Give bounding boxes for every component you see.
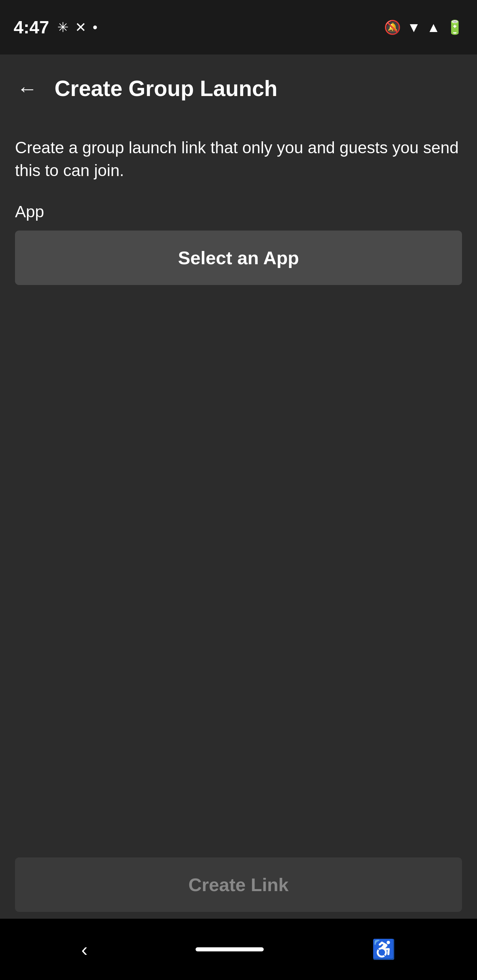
page-title: Create Group Launch [54,76,278,101]
back-button[interactable]: ← [14,73,41,104]
status-icons-right: 🔕 ▼ ▲ 🔋 [384,19,463,35]
mute-icon: 🔕 [384,19,401,35]
select-app-button[interactable]: Select an App [15,231,462,285]
status-bar: 4:47 ✳ ✕ • 🔕 ▼ ▲ 🔋 [0,0,477,54]
accessibility-icon[interactable]: ♿ [372,938,396,961]
battery-icon: 🔋 [446,19,463,35]
home-pill[interactable] [196,947,264,951]
back-nav-icon[interactable]: ‹ [81,939,88,961]
wifi-icon: ▼ [407,20,421,35]
signal-icon: ▲ [427,20,440,35]
status-time: 4:47 [14,17,49,37]
dot-icon: • [93,20,97,35]
asterisk-icon: ✳ [57,19,69,35]
content-spacer [15,285,462,844]
status-icons-left: ✳ ✕ • [57,19,97,35]
top-nav: ← Create Group Launch [0,54,477,123]
app-section-label: App [15,202,462,221]
bottom-nav: ‹ ♿ [0,919,477,980]
description-text: Create a group launch link that only you… [15,136,462,182]
create-link-button[interactable]: Create Link [15,858,462,912]
call-crossed-icon: ✕ [75,19,86,35]
main-content: Create a group launch link that only you… [0,123,477,858]
bottom-area: Create Link [0,858,477,919]
status-left: 4:47 ✳ ✕ • [14,17,97,37]
